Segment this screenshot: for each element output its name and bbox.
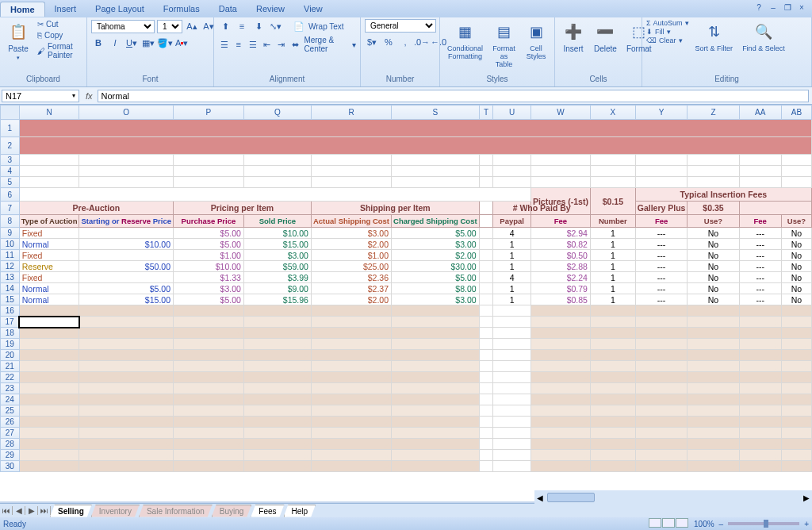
paste-button[interactable]: 📋 Paste▾ [4,19,33,63]
align-bottom-icon[interactable]: ⬇ [251,19,266,33]
merge-button[interactable]: ⬌ [289,37,301,52]
scroll-left-icon[interactable]: ◀ [534,494,546,502]
number-format-select[interactable]: General [365,19,436,33]
format-as-table-button[interactable]: ▤Format as Table [489,19,519,70]
insert-cells-button[interactable]: ➕Insert [559,19,588,55]
fx-icon[interactable]: fx [81,91,98,101]
group-alignment: Alignment [218,73,356,85]
sheet-tab-fees[interactable]: Fees [251,505,284,517]
find-select-button[interactable]: 🔍Find & Select [739,19,788,54]
wrap-text-button[interactable]: 📄 [292,19,306,33]
sheet-tab-selling[interactable]: Selling [50,505,92,517]
formula-input[interactable]: Normal [98,90,809,102]
group-styles: Styles [444,73,550,85]
align-center-icon[interactable]: ≡ [232,37,244,52]
currency-icon[interactable]: $▾ [365,35,379,49]
decrease-indent-icon[interactable]: ⇤ [261,37,273,52]
status-bar: Ready 100% – + [0,517,812,530]
cut-button[interactable]: ✂ Cut [36,19,82,29]
tab-nav-prev-icon[interactable]: ◀ [13,506,25,515]
align-right-icon[interactable]: ☰ [247,37,259,52]
view-buttons[interactable] [649,518,689,529]
cell-styles-button[interactable]: ▣Cell Styles [522,19,550,62]
zoom-slider[interactable] [728,522,799,525]
autosum-button[interactable]: Σ AutoSum ▾ [646,19,689,27]
tab-review[interactable]: Review [247,2,294,16]
format-painter-button[interactable]: 🖌 Format Painter [36,41,82,60]
zoom-out-icon[interactable]: – [719,520,724,528]
ribbon: 📋 Paste▾ ✂ Cut ⎘ Copy 🖌 Format Painter C… [0,17,812,87]
fill-color-button[interactable]: 🪣▾ [158,36,172,50]
sort-filter-button[interactable]: ⇅Sort & Filter [692,19,737,54]
clear-button[interactable]: ⌫ Clear ▾ [646,36,689,44]
align-left-icon[interactable]: ☰ [218,37,230,52]
tab-view[interactable]: View [294,2,332,16]
scroll-right-icon[interactable]: ▶ [801,494,812,502]
italic-button[interactable]: I [108,36,122,50]
group-editing: Editing [646,73,807,85]
font-name-select[interactable]: Tahoma [91,20,155,33]
group-font: Font [91,73,209,85]
name-box[interactable]: N17▾ [2,90,79,102]
zoom-level[interactable]: 100% [694,520,714,528]
tab-data[interactable]: Data [209,2,247,16]
minimize-icon[interactable]: – [768,3,779,14]
copy-button[interactable]: ⎘ Copy [36,30,82,40]
increase-font-icon[interactable]: A▴ [185,19,199,33]
help-icon[interactable]: ? [753,3,764,14]
underline-button[interactable]: U▾ [124,36,139,50]
tab-nav-last-icon[interactable]: ⏭ [38,506,51,515]
bold-button[interactable]: B [91,36,105,50]
sheet-tab-inventory[interactable]: Inventory [91,505,140,517]
font-color-button[interactable]: A▾ [174,36,189,50]
group-cells: Cells [559,73,638,85]
sheet-tab-buying[interactable]: Buying [212,505,252,517]
increase-decimal-icon[interactable]: .0→ [415,35,429,49]
restore-icon[interactable]: ❐ [782,3,793,14]
tab-home[interactable]: Home [0,2,45,17]
font-size-select[interactable]: 10 [157,20,182,33]
group-clipboard: Clipboard [4,73,82,85]
tab-nav-next-icon[interactable]: ▶ [25,506,38,515]
conditional-formatting-button[interactable]: ▦Conditional Formatting [444,19,486,62]
tab-nav-first-icon[interactable]: ⏮ [0,506,13,515]
align-top-icon[interactable]: ⬆ [218,19,232,33]
tab-formulas[interactable]: Formulas [154,2,209,16]
tab-insert[interactable]: Insert [45,2,86,16]
tab-page-layout[interactable]: Page Layout [86,2,154,16]
status-ready: Ready [3,520,26,528]
comma-icon[interactable]: , [398,35,412,49]
percent-icon[interactable]: % [381,35,396,49]
delete-cells-button[interactable]: ➖Delete [591,19,620,55]
border-button[interactable]: ▦▾ [141,36,155,50]
sheet-tab-sale-info[interactable]: Sale Information [139,505,213,517]
sheet-tab-help[interactable]: Help [284,505,316,517]
formula-bar: N17▾ fx Normal [0,87,812,105]
align-middle-icon[interactable]: ≡ [235,19,249,33]
close-icon[interactable]: × [796,3,807,14]
zoom-in-icon[interactable]: + [804,520,809,528]
increase-indent-icon[interactable]: ⇥ [275,37,287,52]
group-number: Number [365,73,435,85]
fill-button[interactable]: ⬇ Fill ▾ [646,28,689,36]
ribbon-tabs: Home Insert Page Layout Formulas Data Re… [0,0,812,17]
spreadsheet[interactable]: NOPQRSTUWXYZAAAB123456Pictures (-1st)$0.… [0,105,812,501]
sheet-tab-bar: ⏮ ◀ ▶ ⏭ Selling Inventory Sale Informati… [0,503,812,517]
orientation-icon[interactable]: ⤡▾ [268,19,282,33]
